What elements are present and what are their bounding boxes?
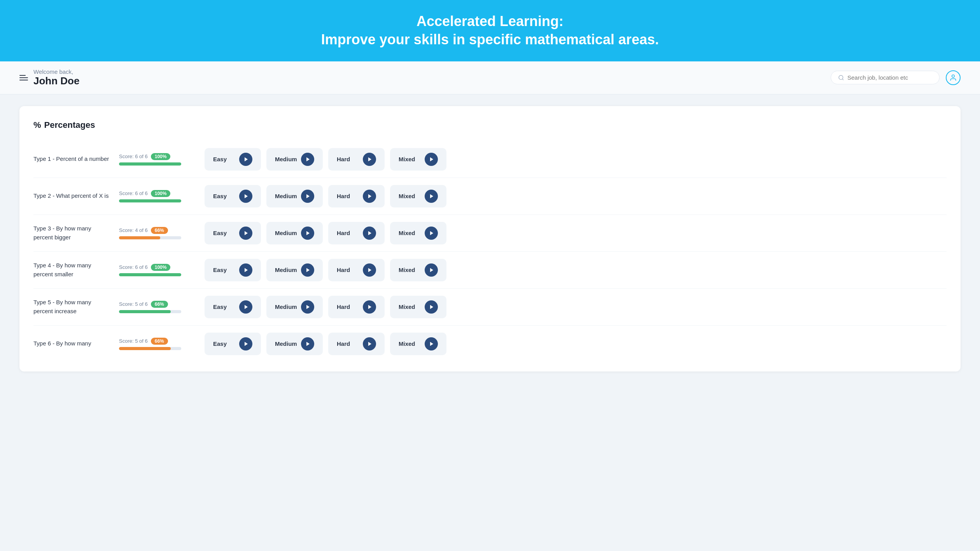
score-badge-1: 100% xyxy=(151,153,171,160)
difficulty-label: Mixed xyxy=(399,193,415,199)
difficulty-label: Easy xyxy=(213,340,227,347)
score-badge-4: 100% xyxy=(151,264,171,271)
difficulty-label: Hard xyxy=(337,267,350,273)
topic-row-5: Type 5 - By how many percent increase Sc… xyxy=(33,289,947,326)
difficulty-label: Mixed xyxy=(399,267,415,273)
difficulty-hard-button-6[interactable]: Hard xyxy=(328,333,385,355)
progress-bar-bg-4 xyxy=(119,273,181,276)
score-badge-6: 66% xyxy=(151,338,168,345)
difficulty-label: Hard xyxy=(337,156,350,162)
difficulty-easy-button-1[interactable]: Easy xyxy=(205,148,261,171)
svg-marker-21 xyxy=(368,305,371,309)
search-box[interactable] xyxy=(831,71,940,84)
difficulty-label: Mixed xyxy=(399,230,415,236)
svg-marker-10 xyxy=(430,194,433,198)
difficulty-hard-button-4[interactable]: Hard xyxy=(328,259,385,281)
difficulty-hard-button-5[interactable]: Hard xyxy=(328,296,385,318)
difficulty-medium-button-2[interactable]: Medium xyxy=(266,185,323,207)
progress-bar-fill-4 xyxy=(119,273,181,276)
difficulty-label: Easy xyxy=(213,193,227,199)
play-icon-easy xyxy=(239,227,252,240)
play-icon-mixed xyxy=(425,263,438,277)
play-icon-hard xyxy=(363,190,376,203)
difficulty-label: Mixed xyxy=(399,156,415,162)
svg-marker-19 xyxy=(245,305,248,309)
score-text-2: Score: 6 of 6 xyxy=(119,190,148,196)
difficulty-mixed-button-1[interactable]: Mixed xyxy=(390,148,446,171)
difficulty-label: Hard xyxy=(337,340,350,347)
difficulty-easy-button-3[interactable]: Easy xyxy=(205,222,261,244)
score-text-6: Score: 5 of 6 xyxy=(119,338,148,344)
difficulty-label: Hard xyxy=(337,193,350,199)
score-text-5: Score: 5 of 6 xyxy=(119,301,148,307)
play-icon-hard xyxy=(363,337,376,350)
play-icon-mixed xyxy=(425,300,438,314)
progress-bar-bg-1 xyxy=(119,162,181,166)
svg-marker-20 xyxy=(306,305,310,309)
hamburger-menu-icon[interactable] xyxy=(19,75,28,80)
difficulty-easy-button-4[interactable]: Easy xyxy=(205,259,261,281)
difficulty-mixed-button-4[interactable]: Mixed xyxy=(390,259,446,281)
progress-bar-bg-2 xyxy=(119,199,181,202)
play-icon-medium xyxy=(301,263,314,277)
svg-marker-23 xyxy=(245,342,248,346)
difficulty-mixed-button-2[interactable]: Mixed xyxy=(390,185,446,207)
topic-row-2: Type 2 - What percent of X is Score: 6 o… xyxy=(33,178,947,215)
play-icon-medium xyxy=(301,227,314,240)
svg-marker-15 xyxy=(245,268,248,272)
difficulty-medium-button-4[interactable]: Medium xyxy=(266,259,323,281)
page-header: Accelerated Learning: Improve your skill… xyxy=(0,0,980,61)
score-text-4: Score: 6 of 6 xyxy=(119,264,148,270)
play-icon-mixed xyxy=(425,337,438,350)
svg-point-0 xyxy=(839,75,843,80)
play-icon-medium xyxy=(301,190,314,203)
difficulty-easy-button-5[interactable]: Easy xyxy=(205,296,261,318)
difficulty-buttons-4: Easy Medium Hard Mixed xyxy=(205,259,947,281)
play-icon-easy xyxy=(239,190,252,203)
difficulty-medium-button-6[interactable]: Medium xyxy=(266,333,323,355)
play-icon-mixed xyxy=(425,227,438,240)
difficulty-hard-button-1[interactable]: Hard xyxy=(328,148,385,171)
topic-row-1: Type 1 - Percent of a number Score: 6 of… xyxy=(33,141,947,178)
play-icon-easy xyxy=(239,337,252,350)
play-icon-medium xyxy=(301,337,314,350)
topics-list: Type 1 - Percent of a number Score: 6 of… xyxy=(33,141,947,362)
progress-bar-fill-6 xyxy=(119,347,171,350)
difficulty-buttons-6: Easy Medium Hard Mixed xyxy=(205,333,947,355)
progress-bar-fill-3 xyxy=(119,236,160,239)
play-icon-hard xyxy=(363,263,376,277)
play-icon-hard xyxy=(363,300,376,314)
user-avatar-icon[interactable] xyxy=(946,70,961,85)
difficulty-label: Medium xyxy=(275,340,297,347)
search-icon xyxy=(838,75,844,81)
score-label-4: Score: 6 of 6 100% xyxy=(119,264,197,271)
welcome-text: Welcome back, xyxy=(33,68,79,75)
play-icon-medium xyxy=(301,153,314,166)
difficulty-label: Hard xyxy=(337,303,350,310)
search-input[interactable] xyxy=(847,74,932,81)
main-content: % Percentages Type 1 - Percent of a numb… xyxy=(0,94,980,383)
difficulty-mixed-button-3[interactable]: Mixed xyxy=(390,222,446,244)
user-name: John Doe xyxy=(33,75,79,87)
score-label-5: Score: 5 of 6 66% xyxy=(119,301,197,308)
topic-row-6: Type 6 - By how many Score: 5 of 6 66% E… xyxy=(33,326,947,362)
difficulty-medium-button-5[interactable]: Medium xyxy=(266,296,323,318)
difficulty-hard-button-3[interactable]: Hard xyxy=(328,222,385,244)
difficulty-buttons-1: Easy Medium Hard Mixed xyxy=(205,148,947,171)
play-icon-easy xyxy=(239,153,252,166)
difficulty-medium-button-1[interactable]: Medium xyxy=(266,148,323,171)
topic-row-4: Type 4 - By how many percent smaller Sco… xyxy=(33,252,947,289)
topic-name-5: Type 5 - By how many percent increase xyxy=(33,298,111,316)
svg-marker-8 xyxy=(306,194,310,198)
difficulty-mixed-button-5[interactable]: Mixed xyxy=(390,296,446,318)
topic-name-1: Type 1 - Percent of a number xyxy=(33,155,111,164)
score-text-1: Score: 6 of 6 xyxy=(119,153,148,159)
svg-marker-9 xyxy=(368,194,371,198)
difficulty-easy-button-2[interactable]: Easy xyxy=(205,185,261,207)
progress-bar-bg-6 xyxy=(119,347,181,350)
play-icon-mixed xyxy=(425,190,438,203)
difficulty-easy-button-6[interactable]: Easy xyxy=(205,333,261,355)
difficulty-medium-button-3[interactable]: Medium xyxy=(266,222,323,244)
difficulty-hard-button-2[interactable]: Hard xyxy=(328,185,385,207)
difficulty-mixed-button-6[interactable]: Mixed xyxy=(390,333,446,355)
